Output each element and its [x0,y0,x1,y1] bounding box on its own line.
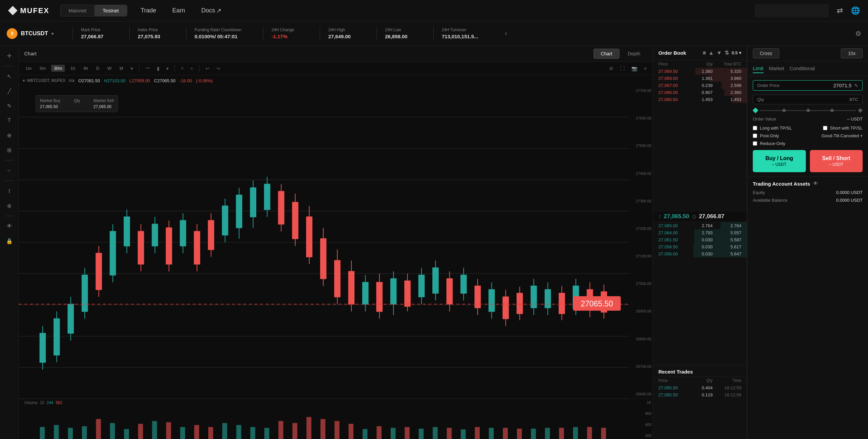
ticker-settings-icon[interactable]: ⚙ [855,30,861,38]
tf-W[interactable]: W [105,65,114,72]
undo-icon[interactable]: ↩ [204,65,212,72]
svg-rect-104 [236,425,241,439]
more-options-icon[interactable]: ≡ [642,65,649,72]
tab-chart[interactable]: Chart [594,49,619,59]
ob-bid-row-2[interactable]: 27,064.00 2.793 5.557 [653,229,747,236]
rt-row-2[interactable]: 27,065.50 0.119 18:12:58 [653,391,747,398]
svg-rect-130 [475,427,480,439]
slider-track[interactable] [760,110,856,111]
chart-type-line-icon[interactable]: 〜 [144,65,152,72]
order-price-edit-icon[interactable]: ✎ [854,83,858,88]
svg-rect-115 [573,427,578,439]
ob-ask-row-1[interactable]: 27,069.50 1.360 5.320 [653,68,747,75]
qty-slider[interactable] [753,108,863,112]
orderbook-section: Order Book ≡ ▲ ▼ ⇅ 0.5 ▾ Price Qty Total… [653,46,747,439]
tab-depth[interactable]: Depth [621,49,647,59]
order-price-input[interactable]: Order Price 27071.5 ✎ [753,80,863,91]
short-tpsl-check[interactable] [823,126,827,130]
rt-row-1[interactable]: 27,065.50 0.404 18:12:59 [653,384,747,391]
zoom-tool[interactable]: ⊕ [3,200,16,212]
settings-chart-icon[interactable]: ⚙ [607,65,615,72]
ticker-divider-3 [186,27,186,40]
tf-1h[interactable]: 1h [67,65,78,72]
tool-divider-3 [5,180,14,181]
tf-M[interactable]: M [117,65,126,72]
reduce-only-check[interactable] [753,141,757,146]
nav-trade[interactable]: Trade [141,7,156,14]
ob-filter-all-icon[interactable]: ≡ [703,50,706,56]
sell-short-button[interactable]: Sell / Short – USDT [810,150,863,172]
line-tool[interactable]: ╱ [3,85,16,97]
ob-ask-row-3[interactable]: 27,067.00 0.239 2.599 [653,82,747,89]
leverage-bar: Cross 10x [747,46,868,61]
post-only-check[interactable] [753,134,757,138]
cross-button[interactable]: Cross [753,48,779,58]
screenshot-icon[interactable]: 📷 [629,65,639,72]
order-qty-input[interactable]: Qty BTC [753,95,863,104]
tab-limit[interactable]: Limit [753,64,764,73]
action-buttons: Buy / Long – USDT Sell / Short – USDT [747,150,868,176]
ob-bid-row-5[interactable]: 27,056.00 0.030 5.647 [653,250,747,258]
ob-filter-asks-icon[interactable]: ▲ [708,50,714,56]
leverage-button[interactable]: 10x [841,48,863,58]
good-till-row[interactable]: Good-Till-Canceled ▾ [821,133,863,138]
add-indicator-icon[interactable]: + [188,65,195,72]
ob-bid-row-1[interactable]: 27,065.00 2.764 2.764 [653,222,747,229]
ob-ask-row-2[interactable]: 27,069.00 1.361 3.960 [653,75,747,82]
tab-conditional[interactable]: Conditional [790,64,815,73]
nav-auth-box [755,4,829,18]
pair-selector[interactable]: ₿ BTCUSDT ▾ [7,28,54,39]
crosshair-tool[interactable]: ✛ [3,50,16,62]
ob-filter-bids-icon[interactable]: ▼ [716,50,722,56]
long-tpsl-checkbox[interactable]: Long with TP/SL [753,126,792,131]
tool-divider-2 [5,160,14,161]
transfer-icon[interactable]: ⇄ [837,6,843,15]
measure-tool[interactable]: ⊞ [3,144,16,156]
tf-1m[interactable]: 1m [23,65,34,72]
back-tool[interactable]: ← [3,165,16,176]
long-tpsl-check[interactable] [753,126,757,130]
post-only-checkbox[interactable]: Post-Only [753,133,779,138]
mainnet-button[interactable]: Mainnet [60,5,94,16]
account-title: Trading Account Assets [753,181,810,187]
buy-long-button[interactable]: Buy / Long – USDT [753,150,806,172]
nav-docs[interactable]: Docs ↗ [201,7,221,14]
ob-ask-row-4[interactable]: 27,066.00 0.907 2.360 [653,89,747,96]
reduce-only-checkbox[interactable]: Reduce-Only [753,141,863,146]
short-tpsl-checkbox[interactable]: Short with TP/SL [823,126,863,131]
redo-icon[interactable]: ↪ [214,65,222,72]
text-tool[interactable]: T [3,114,16,127]
nav-earn[interactable]: Earn [172,7,185,14]
tf-D[interactable]: D [93,65,102,72]
cursor-tool[interactable]: ↖ [3,70,16,82]
eye-tool[interactable]: 👁 [3,220,16,232]
indicator-icon[interactable]: ⌗ [179,65,186,72]
eye-icon[interactable]: 👁 [813,180,818,187]
chart-type-candle-icon[interactable]: ▮ [155,65,162,72]
tf-more-icon[interactable]: ▾ [129,65,135,72]
draw-tool[interactable]: ✎ [3,100,16,112]
balance-label: Available Balance [753,198,787,203]
tf-5m[interactable]: 5m [37,65,49,72]
tab-market[interactable]: Market [769,64,784,73]
ob-filter-both-icon[interactable]: ⇅ [724,50,729,56]
language-icon[interactable]: 🌐 [851,6,860,15]
fullscreen-icon[interactable]: ⛶ [618,65,627,72]
ob-bid-row-3[interactable]: 27,061.50 0.030 5.587 [653,236,747,243]
tf-30m[interactable]: 30m [51,65,65,72]
ruler-tool[interactable]: ⌇ [3,185,16,197]
svg-rect-126 [349,424,354,439]
ob-precision-selector[interactable]: 0.5 ▾ [732,50,741,55]
ticker-more-icon[interactable]: › [505,30,507,37]
svg-rect-122 [292,423,298,439]
shape-tool[interactable]: ⊕ [3,129,16,141]
ob-bid-row-4[interactable]: 27,058.50 0.030 5.617 [653,243,747,250]
order-value-label: Order Value [753,116,776,122]
lock-tool[interactable]: 🔒 [3,235,16,247]
chart-type-chevron-icon[interactable]: ▾ [164,65,170,72]
svg-rect-120 [208,427,213,439]
ob-ask-row-5[interactable]: 27,065.50 1.453 1.453 [653,96,747,103]
tf-4h[interactable]: 4h [81,65,91,72]
chart-canvas[interactable]: 27065.50 27700.00 27600.00 27500.00 2740… [19,86,653,399]
testnet-button[interactable]: Testnet [94,5,127,16]
